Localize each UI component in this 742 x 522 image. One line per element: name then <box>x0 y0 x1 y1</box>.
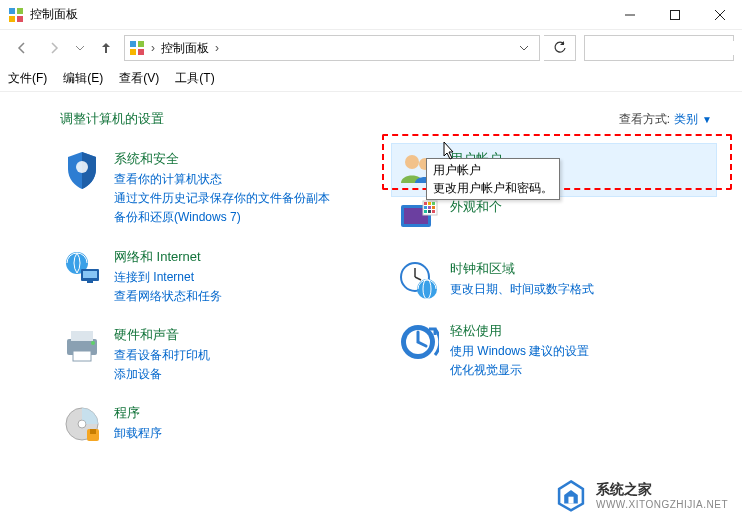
svg-rect-10 <box>130 49 136 55</box>
svg-rect-40 <box>428 210 431 213</box>
refresh-button[interactable] <box>544 35 576 61</box>
svg-rect-39 <box>424 210 427 213</box>
watermark-name: 系统之家 <box>596 481 652 497</box>
menu-file[interactable]: 文件(F) <box>8 70 47 87</box>
svg-rect-21 <box>73 351 91 361</box>
category-ease-of-access: 轻松使用 使用 Windows 建议的设置 优化视觉显示 <box>396 320 712 380</box>
svg-rect-17 <box>83 271 97 278</box>
maximize-button[interactable] <box>652 0 697 30</box>
breadcrumb-root-chevron[interactable]: › <box>149 41 157 55</box>
appearance-icon <box>396 196 440 240</box>
category-clock: 时钟和区域 更改日期、时间或数字格式 <box>396 258 712 302</box>
window-title: 控制面板 <box>30 6 78 23</box>
category-link[interactable]: 添加设备 <box>114 365 210 384</box>
svg-rect-9 <box>138 41 144 47</box>
category-system-security: 系统和安全 查看你的计算机状态 通过文件历史记录保存你的文件备份副本 备份和还原… <box>60 148 376 228</box>
svg-point-25 <box>78 420 86 428</box>
svg-rect-3 <box>17 16 23 22</box>
recent-dropdown[interactable] <box>72 34 88 62</box>
category-title-visible[interactable]: 外观和个 <box>450 198 528 216</box>
view-mode: 查看方式: 类别 ▼ <box>619 111 712 128</box>
svg-rect-0 <box>9 8 15 14</box>
category-hardware: 硬件和声音 查看设备和打印机 添加设备 <box>60 324 376 384</box>
category-title[interactable]: 时钟和区域 <box>450 260 594 278</box>
svg-rect-18 <box>87 281 93 283</box>
category-link[interactable]: 查看网络状态和任务 <box>114 287 222 306</box>
svg-rect-1 <box>17 8 23 14</box>
svg-rect-49 <box>568 497 573 504</box>
category-title[interactable]: 硬件和声音 <box>114 326 210 344</box>
view-mode-dropdown-icon[interactable]: ▼ <box>702 114 712 125</box>
disc-icon <box>60 402 104 446</box>
clock-icon <box>396 258 440 302</box>
content-area: 调整计算机的设置 查看方式: 类别 ▼ 系统和安全 查看你的计算机状态 通过文件… <box>0 92 742 474</box>
watermark: 系统之家 WWW.XITONGZHIJIA.NET <box>554 478 728 512</box>
left-column: 系统和安全 查看你的计算机状态 通过文件历史记录保存你的文件备份副本 备份和还原… <box>60 148 376 464</box>
category-link[interactable]: 查看设备和打印机 <box>114 346 210 365</box>
page-heading: 调整计算机的设置 <box>60 110 164 128</box>
breadcrumb-dropdown[interactable] <box>513 43 535 53</box>
svg-rect-8 <box>130 41 136 47</box>
svg-rect-38 <box>432 206 435 209</box>
up-button[interactable] <box>92 34 120 62</box>
svg-rect-27 <box>90 429 96 434</box>
svg-rect-11 <box>138 49 144 55</box>
watermark-logo-icon <box>554 478 588 512</box>
svg-point-22 <box>91 341 95 345</box>
address-row: › 控制面板 › <box>0 30 742 66</box>
view-mode-label: 查看方式: <box>619 111 670 128</box>
breadcrumb-item[interactable]: 控制面板 <box>157 40 213 57</box>
svg-point-28 <box>405 155 419 169</box>
search-box[interactable] <box>584 35 734 61</box>
network-icon <box>60 246 104 290</box>
category-link[interactable]: 备份和还原(Windows 7) <box>114 208 330 227</box>
forward-button[interactable] <box>40 34 68 62</box>
menubar: 文件(F) 编辑(E) 查看(V) 工具(T) <box>0 66 742 92</box>
svg-rect-33 <box>424 202 427 205</box>
category-appearance: 外观和个性化 外观和个 <box>396 196 712 240</box>
svg-rect-2 <box>9 16 15 22</box>
svg-point-14 <box>76 161 88 173</box>
svg-point-45 <box>417 279 437 299</box>
breadcrumb-chevron[interactable]: › <box>213 41 221 55</box>
breadcrumb[interactable]: › 控制面板 › <box>124 35 540 61</box>
category-title[interactable]: 程序 <box>114 404 162 422</box>
svg-rect-5 <box>670 10 679 19</box>
watermark-url: WWW.XITONGZHIJIA.NET <box>596 499 728 510</box>
menu-view[interactable]: 查看(V) <box>119 70 159 87</box>
category-link[interactable]: 查看你的计算机状态 <box>114 170 330 189</box>
tooltip-desc: 更改用户帐户和密码。 <box>433 179 553 197</box>
shield-icon <box>60 148 104 192</box>
category-title[interactable]: 网络和 Internet <box>114 248 222 266</box>
category-link[interactable]: 通过文件历史记录保存你的文件备份副本 <box>114 189 330 208</box>
back-button[interactable] <box>8 34 36 62</box>
category-title[interactable]: 系统和安全 <box>114 150 330 168</box>
category-network: 网络和 Internet 连接到 Internet 查看网络状态和任务 <box>60 246 376 306</box>
category-link[interactable]: 使用 Windows 建议的设置 <box>450 342 589 361</box>
category-link[interactable]: 更改日期、时间或数字格式 <box>450 280 594 299</box>
svg-rect-34 <box>428 202 431 205</box>
menu-tools[interactable]: 工具(T) <box>175 70 214 87</box>
minimize-button[interactable] <box>607 0 652 30</box>
tooltip: 用户帐户 更改用户帐户和密码。 <box>426 158 560 200</box>
svg-rect-20 <box>71 331 93 341</box>
window-controls <box>607 0 742 30</box>
control-panel-icon <box>8 7 24 23</box>
search-input[interactable] <box>585 41 742 55</box>
view-mode-value[interactable]: 类别 <box>674 111 698 128</box>
category-title[interactable]: 轻松使用 <box>450 322 589 340</box>
breadcrumb-icon <box>129 40 145 56</box>
svg-rect-37 <box>428 206 431 209</box>
svg-rect-41 <box>432 210 435 213</box>
category-programs: 程序 卸载程序 <box>60 402 376 446</box>
category-link[interactable]: 卸载程序 <box>114 424 162 443</box>
close-button[interactable] <box>697 0 742 30</box>
category-link[interactable]: 优化视觉显示 <box>450 361 589 380</box>
svg-rect-36 <box>424 206 427 209</box>
svg-rect-35 <box>432 202 435 205</box>
ease-icon <box>396 320 440 364</box>
titlebar: 控制面板 <box>0 0 742 30</box>
menu-edit[interactable]: 编辑(E) <box>63 70 103 87</box>
tooltip-title: 用户帐户 <box>433 161 553 179</box>
category-link[interactable]: 连接到 Internet <box>114 268 222 287</box>
